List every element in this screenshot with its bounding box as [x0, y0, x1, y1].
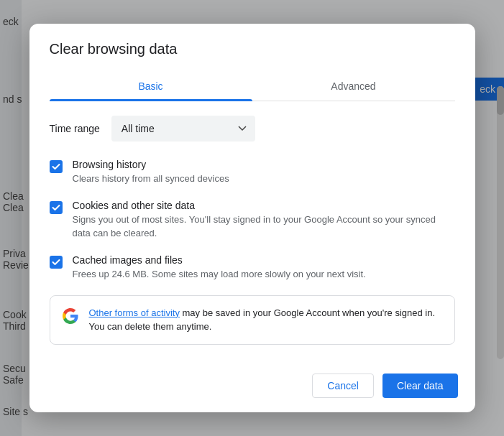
cached-title: Cached images and files [73, 254, 366, 266]
cancel-button[interactable]: Cancel [312, 374, 374, 398]
time-range-label: Time range [50, 123, 100, 134]
cookies-desc: Signs you out of most sites. You'll stay… [73, 213, 455, 239]
checkbox-item-cookies: Cookies and other site data Signs you ou… [50, 200, 455, 239]
clear-data-button[interactable]: Clear data [382, 374, 458, 398]
checkbox-cached[interactable] [50, 256, 63, 269]
cookies-title: Cookies and other site data [73, 200, 455, 211]
dialog-header: Clear browsing data Basic Advanced [29, 24, 475, 101]
clear-browsing-data-dialog: Clear browsing data Basic Advanced Time … [29, 24, 475, 412]
browsing-history-desc: Clears history from all synced devices [73, 172, 229, 185]
google-info-box: Other forms of activity may be saved in … [50, 295, 455, 345]
browsing-history-content: Browsing history Clears history from all… [73, 159, 229, 185]
info-box-text: Other forms of activity may be saved in … [89, 306, 443, 334]
dialog-title: Clear browsing data [50, 41, 455, 57]
browsing-history-title: Browsing history [73, 159, 229, 170]
time-range-select[interactable]: All time Last hour Last 24 hours Last 7 … [111, 116, 255, 142]
tab-basic[interactable]: Basic [50, 72, 252, 101]
tab-advanced[interactable]: Advanced [252, 72, 455, 101]
dialog-footer: Cancel Clear data [29, 365, 475, 412]
checkbox-item-browsing-history: Browsing history Clears history from all… [50, 159, 455, 185]
checkbox-browsing-history[interactable] [50, 160, 63, 173]
cookies-content: Cookies and other site data Signs you ou… [73, 200, 455, 239]
checkbox-item-cached: Cached images and files Frees up 24.6 MB… [50, 254, 455, 281]
google-g-icon [62, 307, 79, 325]
cached-desc: Frees up 24.6 MB. Some sites may load mo… [73, 268, 366, 281]
other-activity-link[interactable]: Other forms of activity [89, 307, 180, 318]
cached-content: Cached images and files Frees up 24.6 MB… [73, 254, 366, 281]
tabs-container: Basic Advanced [50, 72, 455, 101]
checkbox-cookies[interactable] [50, 201, 63, 214]
time-range-row: Time range All time Last hour Last 24 ho… [50, 116, 455, 142]
dialog-body: Time range All time Last hour Last 24 ho… [29, 101, 475, 365]
